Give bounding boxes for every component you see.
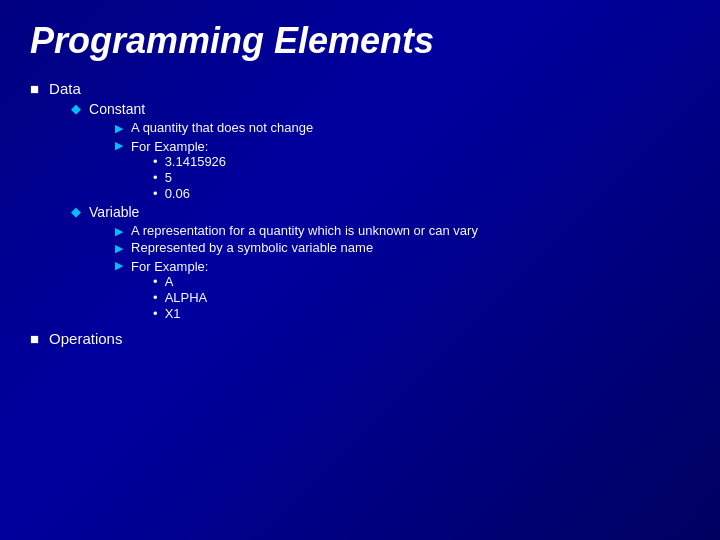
constant-section: ◆ Constant ▶ A quantity that does not ch…	[71, 101, 690, 202]
diamond-constant: ◆	[71, 101, 81, 116]
section-data: ■ Data ◆ Constant ▶ A quantity that does…	[30, 80, 690, 324]
constant-label: Constant	[89, 101, 145, 117]
example-5: 5	[165, 170, 172, 185]
tri-v3: ▶	[115, 259, 123, 272]
tri-v2: ▶	[115, 242, 123, 255]
bullet-alpha: •	[153, 290, 158, 305]
section-operations: ■ Operations	[30, 330, 690, 347]
tri-2: ▶	[115, 139, 123, 152]
bullet-n-operations: ■	[30, 330, 39, 347]
diamond-variable: ◆	[71, 204, 81, 219]
tri-1: ▶	[115, 122, 123, 135]
example-x1: X1	[165, 306, 181, 321]
constant-item-2: For Example:	[131, 139, 208, 154]
example-pi: 3.1415926	[165, 154, 226, 169]
variable-section: ◆ Variable ▶ A representation for a quan…	[71, 204, 690, 322]
constant-items: ▶ A quantity that does not change ▶ For …	[115, 120, 690, 202]
content-area: ■ Data ◆ Constant ▶ A quantity that does…	[30, 80, 690, 347]
bullet-a: •	[153, 274, 158, 289]
constant-examples: • 3.1415926 • 5 • 0.06	[153, 154, 226, 201]
slide-title: Programming Elements	[30, 20, 690, 62]
bullet-n-data: ■	[30, 80, 39, 97]
example-006: 0.06	[165, 186, 190, 201]
variable-label: Variable	[89, 204, 139, 220]
example-alpha: ALPHA	[165, 290, 208, 305]
data-label: Data	[49, 80, 690, 97]
bullet-006: •	[153, 186, 158, 201]
constant-item-1: A quantity that does not change	[131, 120, 313, 135]
operations-label: Operations	[49, 330, 122, 347]
variable-item-1: A representation for a quantity which is…	[131, 223, 478, 238]
tri-v1: ▶	[115, 225, 123, 238]
variable-items: ▶ A representation for a quantity which …	[115, 223, 690, 322]
bullet-pi: •	[153, 154, 158, 169]
variable-item-2: Represented by a symbolic variable name	[131, 240, 373, 255]
bullet-x1: •	[153, 306, 158, 321]
slide: Programming Elements ■ Data ◆ Constant	[0, 0, 720, 540]
variable-examples: • A • ALPHA • X1	[153, 274, 208, 321]
variable-item-3: For Example:	[131, 259, 208, 274]
example-a: A	[165, 274, 174, 289]
bullet-5: •	[153, 170, 158, 185]
